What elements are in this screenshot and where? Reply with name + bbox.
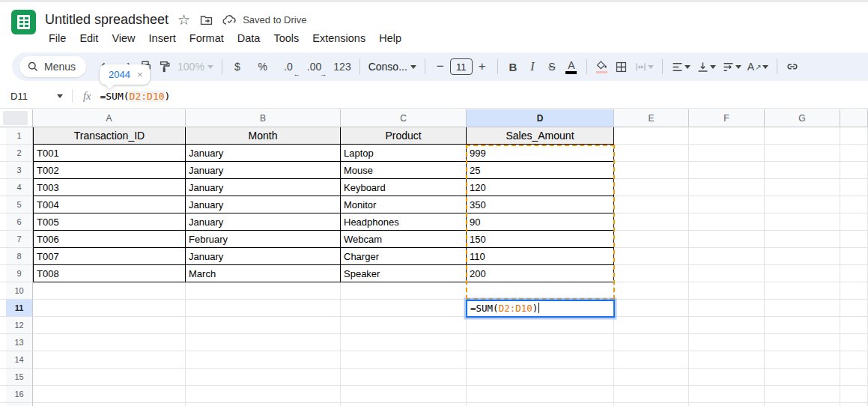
- merge-cells-button[interactable]: [631, 57, 657, 76]
- cell-C13[interactable]: [341, 334, 467, 351]
- column-header-F[interactable]: F: [689, 109, 765, 127]
- cell-B13[interactable]: [186, 334, 341, 351]
- menu-edit[interactable]: Edit: [73, 30, 105, 46]
- cell-B15[interactable]: [186, 369, 341, 386]
- cell-partial-14[interactable]: [840, 351, 868, 369]
- name-box[interactable]: D11: [0, 91, 69, 102]
- cell-G6[interactable]: [765, 213, 840, 231]
- cell-E4[interactable]: [614, 179, 689, 196]
- cell-E15[interactable]: [614, 369, 689, 386]
- cell-C7[interactable]: Webcam: [341, 231, 467, 248]
- cell-F1[interactable]: [689, 127, 765, 145]
- row-header-9[interactable]: 9: [0, 265, 33, 282]
- row-header-4[interactable]: 4: [0, 179, 33, 196]
- cell-E5[interactable]: [614, 196, 689, 213]
- cell-D2[interactable]: 999: [467, 145, 614, 162]
- cell-B3[interactable]: January: [186, 162, 341, 179]
- cell-E1[interactable]: [614, 127, 689, 145]
- cell-partial-9[interactable]: [840, 265, 868, 282]
- cell-E2[interactable]: [614, 145, 689, 162]
- saved-status[interactable]: Saved to Drive: [222, 14, 306, 25]
- cell-E8[interactable]: [614, 248, 689, 265]
- cell-E13[interactable]: [614, 334, 689, 351]
- cell-partial-3[interactable]: [840, 162, 868, 179]
- cell-partial-16[interactable]: [840, 386, 868, 403]
- row-header-11[interactable]: 11: [0, 300, 33, 317]
- cell-B9[interactable]: March: [186, 265, 341, 282]
- strikethrough-button[interactable]: S: [542, 57, 562, 76]
- format-dot0-button[interactable]: .0←: [279, 57, 298, 76]
- cell-C1[interactable]: Product: [341, 127, 467, 145]
- cell-D1[interactable]: Sales_Amount: [467, 127, 614, 145]
- text-wrapping-button[interactable]: [719, 57, 744, 76]
- cell-partial-13[interactable]: [840, 334, 868, 351]
- row-header-5[interactable]: 5: [0, 196, 33, 213]
- zoom-control[interactable]: 100%: [174, 57, 216, 76]
- cell-G5[interactable]: [765, 196, 840, 213]
- row-header-3[interactable]: 3: [0, 162, 33, 179]
- cell-F14[interactable]: [689, 351, 765, 369]
- cell-G12[interactable]: [765, 317, 840, 334]
- cell-A14[interactable]: [33, 351, 186, 369]
- document-title[interactable]: Untitled spreadsheet: [45, 12, 169, 28]
- cell-B2[interactable]: January: [186, 145, 341, 162]
- cell-B12[interactable]: [186, 317, 341, 334]
- cell-A5[interactable]: T004: [33, 196, 186, 213]
- cell-D5[interactable]: 350: [467, 196, 614, 213]
- cell-C17[interactable]: [341, 403, 467, 406]
- cell-C11[interactable]: [341, 300, 467, 317]
- cell-G13[interactable]: [765, 334, 840, 351]
- menu-format[interactable]: Format: [183, 30, 231, 46]
- cell-partial-10[interactable]: [840, 282, 868, 300]
- cell-C12[interactable]: [341, 317, 467, 334]
- column-header-G[interactable]: G: [765, 109, 840, 127]
- cell-G15[interactable]: [765, 369, 840, 386]
- cell-F15[interactable]: [689, 369, 765, 386]
- cell-D7[interactable]: 150: [467, 231, 614, 248]
- cell-A3[interactable]: T002: [33, 162, 186, 179]
- cell-A7[interactable]: T006: [33, 231, 186, 248]
- cell-F12[interactable]: [689, 317, 765, 334]
- column-header-partial[interactable]: [840, 109, 868, 127]
- italic-button[interactable]: I: [523, 57, 542, 76]
- cell-C5[interactable]: Monitor: [341, 196, 467, 213]
- cell-D3[interactable]: 25: [467, 162, 614, 179]
- cell-partial-15[interactable]: [840, 369, 868, 386]
- cell-G14[interactable]: [765, 351, 840, 369]
- cell-F17[interactable]: [689, 403, 765, 406]
- row-header-16[interactable]: 16: [0, 386, 33, 403]
- format-dot00-button[interactable]: .00→: [304, 57, 324, 76]
- cell-G11[interactable]: [765, 300, 840, 317]
- menu-help[interactable]: Help: [372, 30, 408, 46]
- row-header-8[interactable]: 8: [0, 248, 33, 265]
- font-size-input[interactable]: 11: [450, 58, 473, 75]
- cell-partial-17[interactable]: [840, 403, 868, 406]
- cell-partial-6[interactable]: [840, 213, 868, 231]
- insert-link-button[interactable]: [783, 57, 802, 76]
- cell-F3[interactable]: [689, 162, 765, 179]
- cell-partial-5[interactable]: [840, 196, 868, 213]
- cell-A9[interactable]: T008: [33, 265, 186, 282]
- cell-partial-7[interactable]: [840, 231, 868, 248]
- horizontal-align-button[interactable]: [668, 57, 694, 76]
- format-123-button[interactable]: 123: [330, 57, 353, 76]
- notification-close-icon[interactable]: ×: [137, 69, 143, 80]
- cell-G17[interactable]: [765, 403, 840, 406]
- cell-D12[interactable]: [467, 317, 614, 334]
- formula-input[interactable]: =SUM(D2:D10): [100, 91, 170, 102]
- cell-C4[interactable]: Keyboard: [341, 179, 467, 196]
- cell-B7[interactable]: February: [186, 231, 341, 248]
- cell-E6[interactable]: [614, 213, 689, 231]
- cell-A16[interactable]: [33, 386, 186, 403]
- cell-D13[interactable]: [467, 334, 614, 351]
- cell-partial-2[interactable]: [840, 145, 868, 162]
- cell-partial-8[interactable]: [840, 248, 868, 265]
- row-header-1[interactable]: 1: [0, 127, 33, 145]
- column-header-C[interactable]: C: [341, 109, 467, 127]
- font-family-selector[interactable]: Conso...: [365, 57, 419, 76]
- menu-data[interactable]: Data: [231, 30, 267, 46]
- cell-A15[interactable]: [33, 369, 186, 386]
- cell-A4[interactable]: T003: [33, 179, 186, 196]
- active-formula-cell-D11[interactable]: =SUM(D2:D10): [467, 300, 614, 317]
- row-header-13[interactable]: 13: [0, 334, 33, 351]
